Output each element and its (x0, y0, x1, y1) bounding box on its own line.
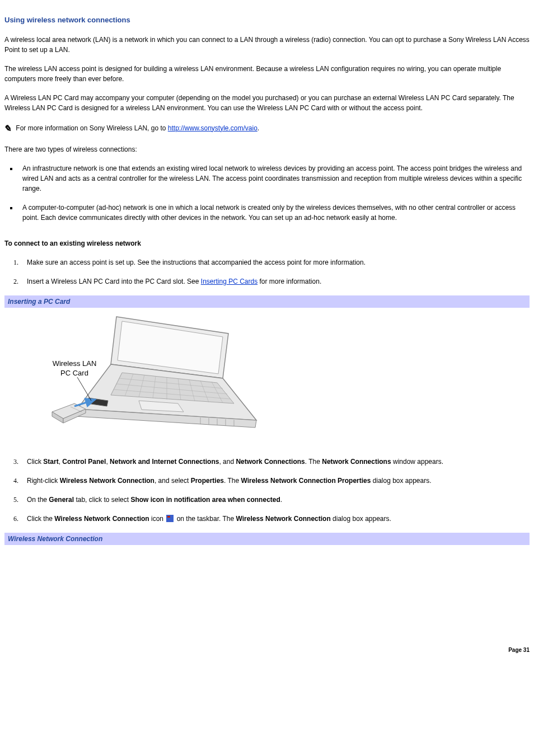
note-paragraph: ✎ For more information on Sony Wireless … (4, 122, 530, 135)
sub-heading: To connect to an existing wireless netwo… (4, 238, 530, 248)
laptop-illustration: Wireless LAN PC Card (44, 311, 268, 445)
sonystyle-link[interactable]: http://www.sonystyle.com/vaio (168, 124, 257, 132)
step-item: 2.Insert a Wireless LAN PC Card into the… (4, 276, 530, 287)
step-number: 5. (13, 495, 18, 505)
steps-list: 1.Make sure an access point is set up. S… (4, 257, 530, 287)
step-item: 6.Click the Wireless Network Connection … (4, 514, 530, 524)
bullet-list: An infrastructure network is one that ex… (4, 163, 530, 223)
step-number: 1. (13, 257, 18, 267)
inserting-pc-cards-link[interactable]: Inserting PC Cards (201, 278, 257, 285)
step-number: 2. (13, 276, 18, 287)
page-number: Page 31 (4, 646, 530, 654)
svg-line-30 (77, 377, 91, 401)
figure-label: Wireless LAN (53, 359, 97, 368)
note-suffix: . (257, 124, 259, 132)
wireless-connection-icon (166, 515, 174, 522)
paragraph: A Wireless LAN PC Card may accompany you… (4, 93, 530, 113)
list-item: An infrastructure network is one that ex… (18, 163, 530, 194)
step-item: 5.On the General tab, click to select Sh… (4, 495, 530, 505)
step-number: 6. (13, 514, 18, 524)
note-text: For more information on Sony Wireless LA… (16, 124, 167, 132)
step-number: 4. (13, 476, 18, 486)
section-heading: Using wireless network connections (4, 15, 530, 26)
paragraph: A wireless local area network (LAN) is a… (4, 35, 530, 55)
figure-caption: Wireless Network Connection (4, 533, 530, 545)
figure-caption: Inserting a PC Card (4, 295, 530, 308)
step-item: 1.Make sure an access point is set up. S… (4, 257, 530, 267)
step-number: 3. (13, 457, 18, 467)
figure-label: PC Card (60, 369, 88, 377)
list-item: A computer-to-computer (ad-hoc) network … (18, 203, 530, 223)
pencil-note-icon: ✎ (3, 122, 13, 135)
step-item: 3.Click Start, Control Panel, Network an… (4, 457, 530, 467)
step-item: 4.Right-click Wireless Network Connectio… (4, 476, 530, 486)
paragraph: The wireless LAN access point is designe… (4, 64, 530, 84)
figure-area: Wireless LAN PC Card (4, 308, 530, 457)
paragraph: There are two types of wireless connecti… (4, 144, 530, 154)
steps-list-continued: 3.Click Start, Control Panel, Network an… (4, 457, 530, 524)
